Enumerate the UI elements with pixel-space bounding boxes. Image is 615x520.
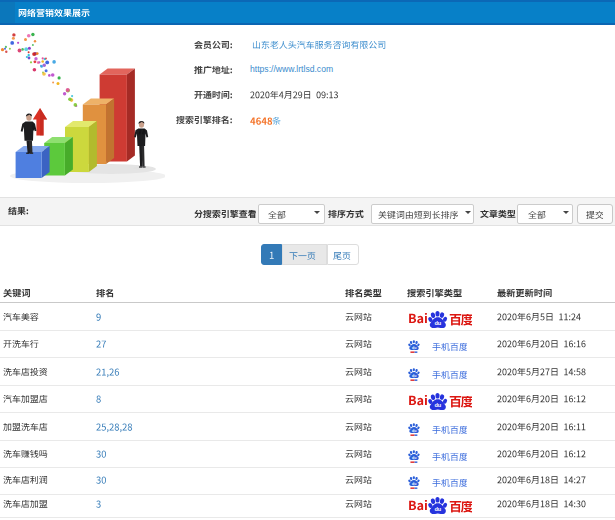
svg-text:du: du <box>434 506 441 512</box>
svg-text:du: du <box>434 402 441 408</box>
svg-text:du: du <box>412 428 416 432</box>
svg-text:du: du <box>412 346 416 350</box>
svg-text:du: du <box>412 482 416 486</box>
svg-text:du: du <box>412 373 416 377</box>
svg-text:du: du <box>412 455 416 459</box>
svg-text:du: du <box>434 320 441 326</box>
